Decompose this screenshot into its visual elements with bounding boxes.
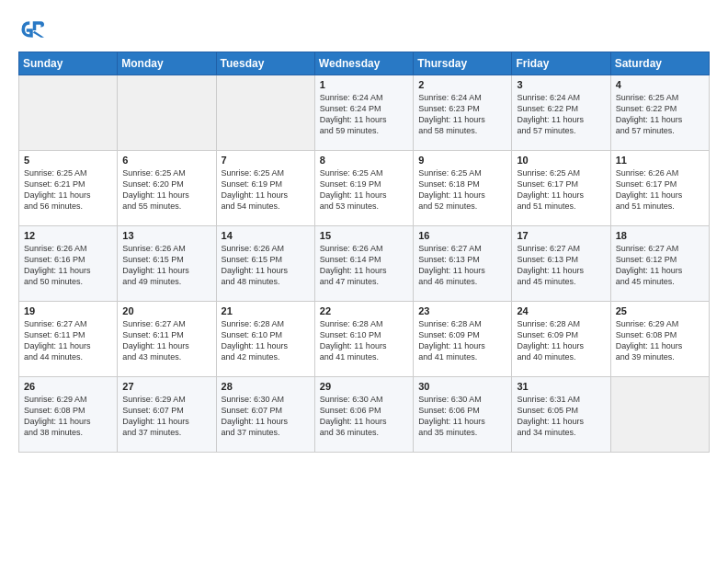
week-row-2: 5Sunrise: 6:25 AMSunset: 6:21 PMDaylight…: [19, 151, 710, 226]
weekday-header-wednesday: Wednesday: [314, 52, 413, 75]
day-number: 10: [517, 155, 605, 166]
cell-info: Sunrise: 6:28 AMSunset: 6:09 PMDaylight:…: [517, 318, 605, 363]
weekday-header-friday: Friday: [512, 52, 610, 75]
cell-info: Sunrise: 6:28 AMSunset: 6:10 PMDaylight:…: [320, 318, 408, 363]
calendar-cell: 22Sunrise: 6:28 AMSunset: 6:10 PMDayligh…: [314, 302, 413, 377]
cell-info: Sunrise: 6:29 AMSunset: 6:08 PMDaylight:…: [24, 394, 112, 439]
logo: [18, 17, 48, 42]
calendar-cell: 11Sunrise: 6:26 AMSunset: 6:17 PMDayligh…: [610, 151, 709, 226]
calendar-page: SundayMondayTuesdayWednesdayThursdayFrid…: [0, 0, 728, 563]
day-number: 16: [418, 230, 506, 241]
calendar-cell: 27Sunrise: 6:29 AMSunset: 6:07 PMDayligh…: [118, 377, 216, 453]
logo-icon: [18, 17, 44, 42]
calendar-cell: 8Sunrise: 6:25 AMSunset: 6:19 PMDaylight…: [314, 151, 413, 226]
calendar-cell: 24Sunrise: 6:28 AMSunset: 6:09 PMDayligh…: [512, 302, 610, 377]
calendar-cell: 12Sunrise: 6:26 AMSunset: 6:16 PMDayligh…: [19, 226, 118, 302]
cell-info: Sunrise: 6:30 AMSunset: 6:07 PMDaylight:…: [222, 394, 310, 439]
day-number: 3: [517, 79, 605, 90]
day-number: 17: [517, 230, 605, 241]
day-number: 28: [222, 381, 310, 392]
day-number: 9: [418, 155, 506, 166]
calendar-cell: 28Sunrise: 6:30 AMSunset: 6:07 PMDayligh…: [216, 377, 314, 453]
day-number: 31: [517, 381, 605, 392]
calendar-cell: 5Sunrise: 6:25 AMSunset: 6:21 PMDaylight…: [19, 151, 118, 226]
calendar-cell: 4Sunrise: 6:25 AMSunset: 6:22 PMDaylight…: [610, 75, 709, 151]
cell-info: Sunrise: 6:30 AMSunset: 6:06 PMDaylight:…: [320, 394, 408, 439]
calendar-cell: [19, 75, 118, 151]
cell-info: Sunrise: 6:31 AMSunset: 6:05 PMDaylight:…: [517, 394, 605, 439]
cell-info: Sunrise: 6:26 AMSunset: 6:15 PMDaylight:…: [222, 243, 310, 288]
calendar-cell: 18Sunrise: 6:27 AMSunset: 6:12 PMDayligh…: [610, 226, 709, 302]
cell-info: Sunrise: 6:24 AMSunset: 6:22 PMDaylight:…: [517, 92, 605, 137]
week-row-5: 26Sunrise: 6:29 AMSunset: 6:08 PMDayligh…: [19, 377, 710, 453]
cell-info: Sunrise: 6:27 AMSunset: 6:12 PMDaylight:…: [616, 243, 704, 288]
weekday-header-tuesday: Tuesday: [216, 52, 314, 75]
day-number: 19: [24, 305, 112, 316]
day-number: 7: [222, 155, 310, 166]
cell-info: Sunrise: 6:25 AMSunset: 6:21 PMDaylight:…: [24, 167, 112, 213]
weekday-header-monday: Monday: [118, 52, 216, 75]
cell-info: Sunrise: 6:25 AMSunset: 6:17 PMDaylight:…: [517, 167, 605, 213]
calendar-cell: [216, 75, 314, 151]
cell-info: Sunrise: 6:28 AMSunset: 6:09 PMDaylight:…: [418, 318, 506, 363]
calendar-cell: 26Sunrise: 6:29 AMSunset: 6:08 PMDayligh…: [19, 377, 118, 453]
cell-info: Sunrise: 6:24 AMSunset: 6:24 PMDaylight:…: [320, 92, 408, 137]
calendar-cell: 3Sunrise: 6:24 AMSunset: 6:22 PMDaylight…: [512, 75, 610, 151]
cell-info: Sunrise: 6:25 AMSunset: 6:20 PMDaylight:…: [122, 167, 210, 213]
day-number: 6: [122, 155, 210, 166]
calendar-header: SundayMondayTuesdayWednesdayThursdayFrid…: [19, 52, 710, 75]
calendar-cell: 23Sunrise: 6:28 AMSunset: 6:09 PMDayligh…: [414, 302, 512, 377]
cell-info: Sunrise: 6:25 AMSunset: 6:19 PMDaylight:…: [222, 167, 310, 213]
cell-info: Sunrise: 6:27 AMSunset: 6:13 PMDaylight:…: [418, 243, 506, 288]
day-number: 20: [122, 305, 210, 316]
cell-info: Sunrise: 6:29 AMSunset: 6:08 PMDaylight:…: [616, 318, 704, 363]
day-number: 24: [517, 305, 605, 316]
weekday-header-thursday: Thursday: [414, 52, 512, 75]
cell-info: Sunrise: 6:24 AMSunset: 6:23 PMDaylight:…: [418, 92, 506, 137]
day-number: 1: [320, 79, 408, 90]
calendar-cell: 29Sunrise: 6:30 AMSunset: 6:06 PMDayligh…: [314, 377, 413, 453]
cell-info: Sunrise: 6:29 AMSunset: 6:07 PMDaylight:…: [122, 394, 210, 439]
week-row-3: 12Sunrise: 6:26 AMSunset: 6:16 PMDayligh…: [19, 226, 710, 302]
calendar-cell: 2Sunrise: 6:24 AMSunset: 6:23 PMDaylight…: [414, 75, 512, 151]
cell-info: Sunrise: 6:26 AMSunset: 6:16 PMDaylight:…: [24, 243, 112, 288]
calendar-cell: 13Sunrise: 6:26 AMSunset: 6:15 PMDayligh…: [118, 226, 216, 302]
calendar-cell: 30Sunrise: 6:30 AMSunset: 6:06 PMDayligh…: [414, 377, 512, 453]
calendar-cell: 25Sunrise: 6:29 AMSunset: 6:08 PMDayligh…: [610, 302, 709, 377]
day-number: 21: [222, 305, 310, 316]
cell-info: Sunrise: 6:28 AMSunset: 6:10 PMDaylight:…: [222, 318, 310, 363]
day-number: 22: [320, 305, 408, 316]
calendar-cell: [118, 75, 216, 151]
cell-info: Sunrise: 6:27 AMSunset: 6:11 PMDaylight:…: [122, 318, 210, 363]
day-number: 15: [320, 230, 408, 241]
header: [18, 17, 710, 42]
cell-info: Sunrise: 6:26 AMSunset: 6:14 PMDaylight:…: [320, 243, 408, 288]
week-row-1: 1Sunrise: 6:24 AMSunset: 6:24 PMDaylight…: [19, 75, 710, 151]
calendar-cell: [610, 377, 709, 453]
calendar-cell: 31Sunrise: 6:31 AMSunset: 6:05 PMDayligh…: [512, 377, 610, 453]
day-number: 4: [616, 79, 704, 90]
calendar-cell: 10Sunrise: 6:25 AMSunset: 6:17 PMDayligh…: [512, 151, 610, 226]
day-number: 11: [616, 155, 704, 166]
calendar-cell: 9Sunrise: 6:25 AMSunset: 6:18 PMDaylight…: [414, 151, 512, 226]
day-number: 14: [222, 230, 310, 241]
cell-info: Sunrise: 6:25 AMSunset: 6:22 PMDaylight:…: [616, 92, 704, 137]
cell-info: Sunrise: 6:27 AMSunset: 6:11 PMDaylight:…: [24, 318, 112, 363]
cell-info: Sunrise: 6:26 AMSunset: 6:15 PMDaylight:…: [122, 243, 210, 288]
calendar-cell: 14Sunrise: 6:26 AMSunset: 6:15 PMDayligh…: [216, 226, 314, 302]
calendar-cell: 21Sunrise: 6:28 AMSunset: 6:10 PMDayligh…: [216, 302, 314, 377]
calendar-cell: 1Sunrise: 6:24 AMSunset: 6:24 PMDaylight…: [314, 75, 413, 151]
day-number: 18: [616, 230, 704, 241]
calendar-cell: 16Sunrise: 6:27 AMSunset: 6:13 PMDayligh…: [414, 226, 512, 302]
calendar-body: 1Sunrise: 6:24 AMSunset: 6:24 PMDaylight…: [19, 75, 710, 453]
cell-info: Sunrise: 6:25 AMSunset: 6:18 PMDaylight:…: [418, 167, 506, 213]
day-number: 8: [320, 155, 408, 166]
calendar-cell: 6Sunrise: 6:25 AMSunset: 6:20 PMDaylight…: [118, 151, 216, 226]
day-number: 12: [24, 230, 112, 241]
day-number: 29: [320, 381, 408, 392]
calendar-cell: 19Sunrise: 6:27 AMSunset: 6:11 PMDayligh…: [19, 302, 118, 377]
weekday-header-saturday: Saturday: [610, 52, 709, 75]
day-number: 25: [616, 305, 704, 316]
calendar-table: SundayMondayTuesdayWednesdayThursdayFrid…: [18, 52, 710, 453]
calendar-cell: 20Sunrise: 6:27 AMSunset: 6:11 PMDayligh…: [118, 302, 216, 377]
